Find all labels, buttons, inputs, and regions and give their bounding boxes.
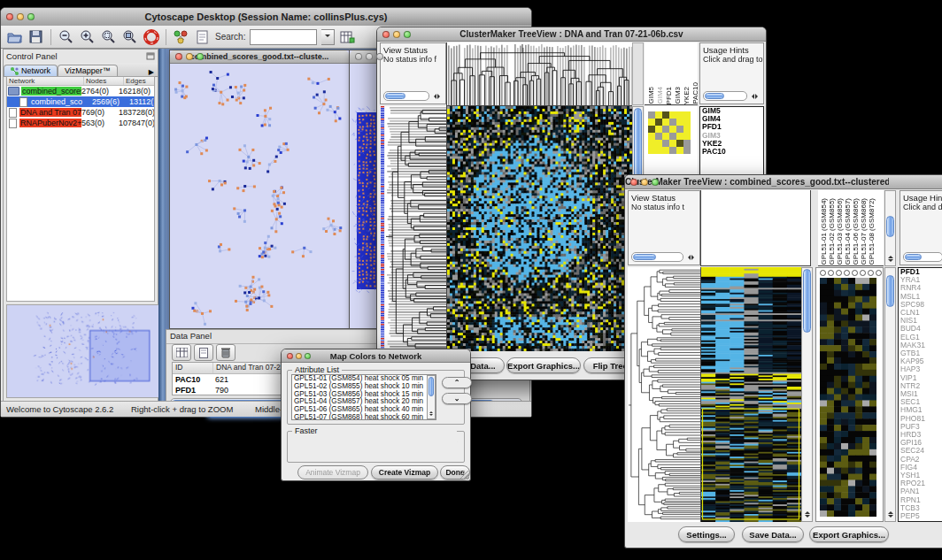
attribute-list-vscrollbar[interactable] [427,375,436,419]
tv2-button-bar: Settings... Save Data... Export Graphics… [625,523,942,548]
treeview1-titlebar[interactable]: ClusterMaker TreeView : DNA and Tran 07-… [377,27,766,42]
zoom-window-icon[interactable] [652,179,659,186]
zoom-window-icon[interactable] [404,31,411,38]
animate-vizmap-button[interactable]: Animate Vizmap [297,465,368,479]
open-session-icon[interactable] [6,28,23,45]
close-icon[interactable] [382,31,390,38]
col-network[interactable]: Network [7,77,84,85]
network-table-row[interactable]: DNA and Tran 07769(0)183728(0) [7,107,154,118]
tab-network[interactable]: Network [4,65,58,76]
tv2-zoom-panel [815,267,884,522]
minimize-icon[interactable] [393,31,400,38]
tv2-heatmap-vscrollbar[interactable] [801,267,813,522]
tv1-top-scroll-gutter[interactable] [632,42,644,105]
tv1-column-dendrogram[interactable] [446,42,632,106]
main-window-title: Cytoscape Desktop (Session Name: collins… [1,12,531,22]
minimize-icon[interactable] [296,353,302,359]
save-session-icon[interactable] [27,28,44,45]
settings-button[interactable]: Settings... [678,526,735,542]
column-marker [820,270,826,276]
zoom-window-icon[interactable] [305,353,311,359]
usage-hints-hscrollbar[interactable] [703,91,761,101]
export-graphics-button[interactable]: Export Graphics... [506,357,581,373]
view-status-hscrollbar[interactable] [631,252,697,262]
tv2-gene-label[interactable]: MON2 [899,520,942,522]
minimize-icon[interactable] [186,53,193,60]
import-table-icon[interactable] [339,28,356,45]
network-view-a[interactable] [170,64,347,327]
tv1-gene-label[interactable]: PAC10 [700,148,763,156]
tv1-heatmap[interactable] [446,106,632,351]
tv2-column-label: GPL51-07 (GSM868) [860,198,868,265]
tab-vizmapper[interactable]: VizMapper™ [58,65,118,76]
float-panel-icon[interactable] [146,52,155,60]
move-down-button[interactable]: ⌄ [442,393,472,404]
help-ring-icon[interactable] [143,28,159,45]
zoom-out-icon[interactable] [58,28,74,45]
create-vizmap-button[interactable]: Create Vizmap [371,465,438,479]
treeview2-window: ClusterMaker TreeView : combined_scores_… [624,174,942,548]
tv2-zoom-vscrollbar[interactable] [884,267,896,522]
network-table-row[interactable]: RNAPuberNov2+I563(0)107847(0) [7,118,154,128]
tv2-scroll-gutter[interactable] [811,190,818,266]
view-status-title: View Status [631,193,699,203]
zoom-in-icon[interactable] [79,28,96,45]
usage-hints-hscrollbar[interactable] [903,252,942,262]
matrix-cell [676,119,683,126]
tv1-similarity-matrix[interactable] [648,111,691,154]
network-table-header[interactable]: Network Nodes Edges [7,77,154,86]
annotation-icon[interactable] [194,28,211,45]
panel-divider[interactable] [158,49,166,402]
minimize-icon[interactable] [366,53,373,60]
zoom-window-icon[interactable] [376,53,383,60]
toolbar-separator [166,29,166,45]
col-edges[interactable]: Edges [124,77,154,85]
view-status-text: No status info f [383,55,445,64]
attribute-list-item[interactable]: GPL51-07 (GSM868) heat shock 60 min [292,414,436,420]
search-input[interactable] [250,29,317,45]
treeview2-titlebar[interactable]: ClusterMaker TreeView : combined_scores_… [625,175,942,189]
search-dropdown-button[interactable] [321,29,335,45]
matrix-cell [676,111,683,119]
tv2-row-dendrogram[interactable] [628,267,700,522]
vizmap-node-icon[interactable] [173,28,189,45]
tv2-labels-vscrollbar[interactable] [884,190,896,266]
network-view-window-a[interactable]: combined_scores_good.txt--cluste... [169,50,350,329]
network-table-row[interactable]: combined_sco2569(6)13112(15) [7,96,154,107]
usage-hints-text: Click and drag to [703,55,763,64]
minimize-icon[interactable] [17,13,24,20]
delete-attribute-icon[interactable] [216,344,236,361]
move-up-button[interactable]: ⌃ [442,377,472,388]
zoom-window-icon[interactable] [27,13,35,20]
network-name: combined_scores [21,87,81,96]
export-graphics-button[interactable]: Export Graphics... [809,526,889,542]
main-titlebar[interactable]: Cytoscape Desktop (Session Name: collins… [1,8,531,27]
close-icon[interactable] [175,53,182,60]
network-table-row[interactable]: combined_scores2764(0)16218(0) [7,86,154,96]
minimize-icon[interactable] [641,179,648,186]
view-status-hscrollbar[interactable] [383,91,443,101]
tv2-heatmap[interactable] [700,267,801,522]
column-marker [860,270,866,276]
window-controls[interactable] [6,13,35,20]
create-attribute-icon[interactable] [194,344,213,361]
done-button[interactable]: Done [440,465,470,479]
select-attributes-icon[interactable] [172,344,191,361]
close-icon[interactable] [630,179,637,186]
attribute-list[interactable]: GPL51-01 (GSM854) heat shock 05 minGPL51… [291,374,436,420]
close-icon[interactable] [287,353,293,359]
close-icon[interactable] [355,53,362,60]
zoom-window-icon[interactable] [197,53,204,60]
birdseye-view[interactable] [6,304,159,398]
zoom-fit-icon[interactable] [121,28,138,45]
col-nodes[interactable]: Nodes [84,77,124,85]
tv1-row-dendrogram[interactable] [385,106,446,351]
id-column-header[interactable]: ID [173,363,213,373]
zoom-selected-icon[interactable] [100,28,117,45]
tabs-overflow-button[interactable]: ▶ [145,68,158,76]
dialog-titlebar[interactable]: Map Colors to Network [282,349,470,363]
column-marker [868,270,874,276]
tv2-zoom-heatmap[interactable] [820,278,876,517]
save-data-button[interactable]: Save Data... [742,526,804,542]
close-icon[interactable] [6,13,13,20]
